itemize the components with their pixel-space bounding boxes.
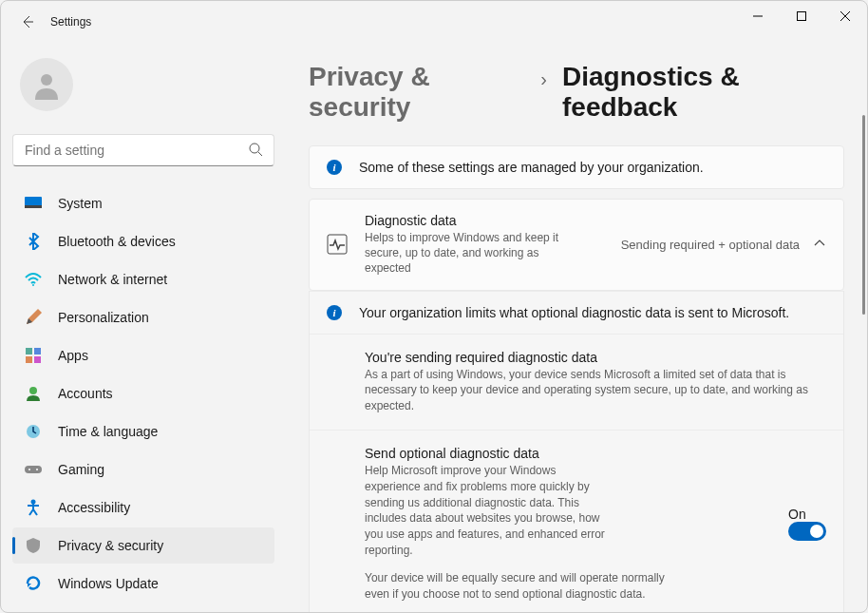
chevron-up-icon: [813, 237, 826, 253]
minimize-button[interactable]: [736, 1, 780, 31]
diagnostic-data-expander[interactable]: Diagnostic data Helps to improve Windows…: [309, 199, 844, 291]
user-avatar[interactable]: [20, 58, 73, 111]
info-icon: i: [327, 305, 342, 320]
optional-toggle[interactable]: [788, 522, 826, 541]
svg-point-18: [36, 469, 38, 470]
nav-label: Accessibility: [58, 500, 130, 515]
accessibility-icon: [24, 498, 43, 517]
bluetooth-icon: [24, 232, 43, 251]
nav-privacy[interactable]: Privacy & security: [12, 527, 274, 564]
account-icon: [24, 384, 43, 403]
svg-rect-10: [26, 348, 32, 354]
info-icon: i: [327, 160, 342, 175]
sidebar: System Bluetooth & devices Network & int…: [1, 43, 286, 612]
search-input[interactable]: [12, 134, 274, 166]
nav-label: System: [58, 196, 103, 211]
wifi-icon: [24, 270, 43, 289]
svg-rect-12: [26, 356, 32, 363]
diag-title: Diagnostic data: [365, 213, 604, 228]
scrollbar[interactable]: [862, 115, 865, 315]
org-limit-row: i Your organization limits what optional…: [310, 291, 843, 334]
nav-update[interactable]: Windows Update: [12, 565, 274, 602]
nav-label: Personalization: [58, 310, 149, 325]
svg-rect-11: [34, 348, 41, 354]
svg-point-14: [29, 387, 37, 394]
nav-gaming[interactable]: Gaming: [12, 451, 274, 488]
nav-label: Privacy & security: [58, 538, 163, 553]
update-icon: [24, 574, 43, 593]
diag-status: Sending required + optional data: [621, 238, 800, 252]
main-content: Privacy & security › Diagnostics & feedb…: [286, 43, 867, 612]
apps-icon: [24, 346, 43, 365]
nav-apps[interactable]: Apps: [12, 337, 274, 374]
nav-personalization[interactable]: Personalization: [12, 299, 274, 335]
banner-text: Some of these settings are managed by yo…: [359, 160, 704, 175]
breadcrumb: Privacy & security › Diagnostics & feedb…: [309, 62, 844, 123]
nav-label: Accounts: [58, 386, 113, 401]
app-title: Settings: [50, 15, 91, 29]
search-wrap: [12, 134, 274, 166]
optional-desc2: Your device will be equally secure and w…: [365, 570, 669, 603]
org-limit-text: Your organization limits what optional d…: [359, 305, 789, 320]
svg-rect-13: [34, 356, 41, 363]
optional-diag-row: Send optional diagnostic data Help Micro…: [310, 430, 843, 612]
system-icon: [24, 194, 43, 213]
breadcrumb-separator: ›: [540, 68, 547, 90]
nav-label: Windows Update: [58, 576, 159, 591]
nav-label: Network & internet: [58, 272, 167, 287]
required-title: You're sending required diagnostic data: [365, 350, 826, 365]
nav-accounts[interactable]: Accounts: [12, 375, 274, 412]
nav-accessibility[interactable]: Accessibility: [12, 489, 274, 526]
nav-label: Time & language: [58, 424, 158, 439]
svg-point-17: [28, 469, 30, 470]
optional-desc: Help Microsoft improve your Windows expe…: [365, 463, 612, 559]
svg-point-9: [32, 284, 34, 286]
nav-label: Apps: [58, 348, 88, 363]
nav-bluetooth[interactable]: Bluetooth & devices: [12, 223, 274, 259]
nav-label: Gaming: [58, 462, 104, 477]
svg-rect-8: [25, 205, 42, 208]
breadcrumb-parent[interactable]: Privacy & security: [309, 62, 525, 123]
clock-icon: [24, 422, 43, 441]
optional-title: Send optional diagnostic data: [365, 446, 771, 461]
nav-label: Bluetooth & devices: [58, 234, 176, 249]
close-button[interactable]: [823, 1, 867, 31]
svg-point-4: [41, 74, 52, 86]
brush-icon: [24, 308, 43, 327]
person-icon: [31, 69, 62, 100]
required-desc: As a part of using Windows, your device …: [365, 367, 821, 414]
nav-system[interactable]: System: [12, 185, 274, 221]
search-icon: [248, 142, 263, 160]
svg-line-6: [258, 152, 262, 156]
required-diag-row: You're sending required diagnostic data …: [310, 334, 843, 430]
nav-network[interactable]: Network & internet: [12, 261, 274, 297]
heartbeat-icon: [327, 234, 348, 255]
back-button[interactable]: [9, 1, 47, 43]
window-controls: [736, 1, 867, 31]
optional-state: On: [788, 507, 806, 522]
diagnostic-expanded: i Your organization limits what optional…: [309, 291, 844, 612]
org-banner: i Some of these settings are managed by …: [309, 145, 844, 189]
nav-time[interactable]: Time & language: [12, 413, 274, 450]
svg-rect-16: [25, 466, 42, 473]
back-arrow-icon: [20, 14, 35, 29]
svg-rect-1: [798, 12, 806, 21]
svg-point-5: [250, 144, 259, 153]
page-title: Diagnostics & feedback: [562, 62, 844, 123]
maximize-button[interactable]: [780, 1, 823, 31]
diag-desc: Helps to improve Windows and keep it sec…: [365, 230, 574, 277]
shield-icon: [24, 536, 43, 555]
svg-point-19: [31, 500, 36, 505]
gaming-icon: [24, 460, 43, 479]
